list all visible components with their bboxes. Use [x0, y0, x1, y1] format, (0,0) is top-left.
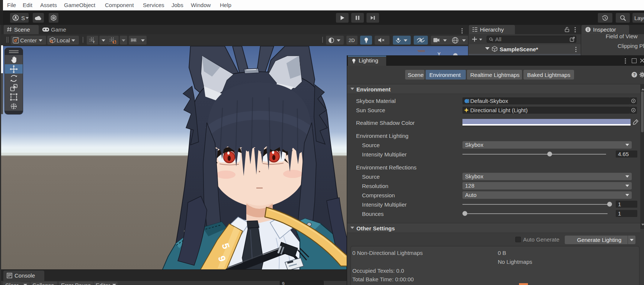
svg-text:Y: Y [93, 40, 95, 43]
svg-text:?: ? [633, 72, 636, 77]
